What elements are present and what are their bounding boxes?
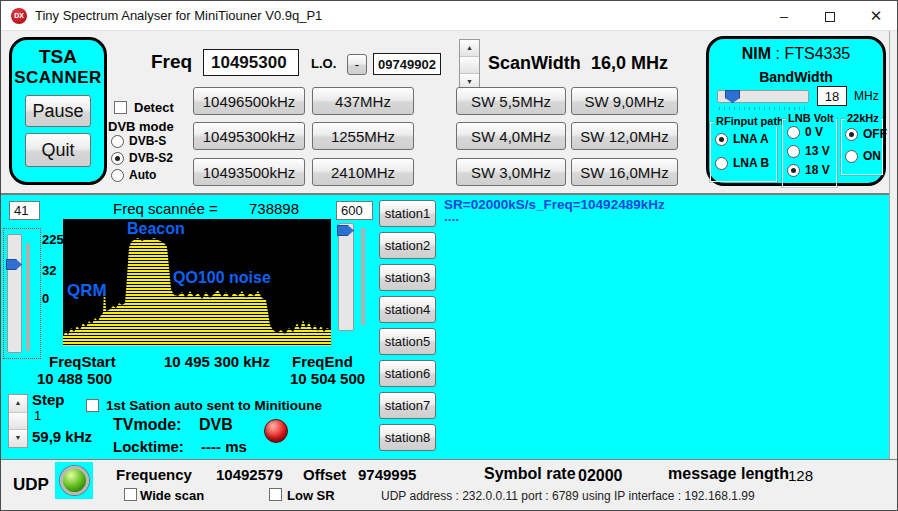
title-bar: DX Tiny Spectrum Analyser for MiniTioune…: [1, 1, 898, 31]
offset-value: 9749995: [358, 466, 416, 483]
radio-icon: [715, 133, 728, 146]
station1-button[interactable]: station1: [379, 200, 436, 227]
low-sr-checkbox[interactable]: [269, 488, 282, 501]
detect-checkbox[interactable]: [114, 101, 127, 114]
radio-icon: [787, 164, 800, 177]
scanwidth-label: ScanWidth: [488, 53, 581, 74]
maximize-button[interactable]: [807, 1, 853, 31]
station2-button[interactable]: station2: [379, 232, 436, 259]
sw-button-5[interactable]: SW 3,0MHz: [456, 158, 566, 186]
spinner-thumb[interactable]: [460, 57, 479, 74]
pause-button[interactable]: Pause: [25, 95, 91, 127]
frequency-label: Frequency: [116, 466, 192, 483]
radio-lna-b[interactable]: LNA B: [715, 156, 769, 170]
tsa-title-line1: TSA: [12, 46, 104, 68]
station-auto-checkbox[interactable]: [86, 399, 99, 412]
station4-button[interactable]: station4: [379, 296, 436, 323]
tsa-scanner-panel: TSA SCANNER Pause Quit: [9, 37, 107, 185]
scanwidth-spinner: ▲ ▼: [459, 39, 480, 91]
station7-button[interactable]: station7: [379, 392, 436, 419]
sw-button-1[interactable]: SW 5,5MHz: [456, 87, 566, 115]
symbol-rate-value: 02000: [578, 467, 623, 485]
tvmode-value: DVB: [199, 416, 233, 434]
sw-button-4[interactable]: SW 12,0MHz: [571, 122, 678, 150]
udp-label: UDP: [13, 475, 49, 495]
nim-title: NIM : FTS4335: [709, 45, 883, 63]
radio-22khz-on[interactable]: ON: [845, 149, 881, 163]
freq-input[interactable]: 10495300: [203, 49, 299, 76]
annotation-beacon: Beacon: [127, 220, 185, 238]
symbol-rate-label: Symbol rate: [484, 465, 576, 483]
radio-13v[interactable]: 13 V: [787, 144, 830, 158]
station3-button[interactable]: station3: [379, 264, 436, 291]
level-bar: [361, 228, 365, 325]
annotation-qrm: QRM: [67, 281, 107, 301]
maximize-icon: [825, 12, 835, 22]
freq-scanned-label: Freq scannée =: [113, 200, 218, 217]
low-sr-label: Low SR: [287, 488, 335, 503]
preset-khz-2[interactable]: 10495300kHz: [193, 122, 305, 150]
preset-khz-1[interactable]: 10496500kHz: [193, 87, 305, 115]
station-auto-label: 1st Sation auto sent to Minitioune: [106, 398, 322, 413]
rfinput-group: RFinput path LNA A LNA B: [710, 122, 777, 182]
scale-0: 0: [42, 291, 49, 306]
scanwidth-value: 16,0 MHz: [591, 53, 668, 74]
lo-value-field[interactable]: 09749902: [373, 53, 441, 75]
station5-button[interactable]: station5: [379, 328, 436, 355]
quit-button[interactable]: Quit: [25, 133, 91, 167]
freq-start-value: 10 488 500: [37, 370, 112, 387]
step-thumb[interactable]: [9, 413, 27, 431]
wide-scan-checkbox[interactable]: [124, 488, 137, 501]
sw-button-2[interactable]: SW 9,0MHz: [571, 87, 678, 115]
khz22-group: 22kHz OFF ON: [841, 119, 883, 175]
close-button[interactable]: ✕: [853, 1, 898, 31]
step-up-icon[interactable]: ▲: [9, 395, 27, 413]
spinner-up-icon[interactable]: ▲: [460, 40, 479, 57]
radio-0v[interactable]: 0 V: [787, 125, 823, 139]
step-spinner: ▲ ▼: [8, 394, 28, 448]
radio-icon: [111, 169, 124, 182]
preset-mhz-1[interactable]: 437MHz: [312, 87, 414, 115]
radio-dvb-s2[interactable]: DVB-S2: [111, 151, 173, 165]
gain-slider-track[interactable]: [7, 234, 22, 353]
bandwidth-slider-ticks: [719, 107, 807, 110]
radio-auto[interactable]: Auto: [111, 168, 156, 182]
level-value-field[interactable]: 600: [336, 201, 373, 220]
radio-dvb-s[interactable]: DVB-S: [111, 134, 166, 148]
minimize-button[interactable]: –: [761, 1, 807, 31]
step-down-icon[interactable]: ▼: [9, 430, 27, 447]
sw-button-3[interactable]: SW 4,0MHz: [456, 122, 566, 150]
radio-lna-a[interactable]: LNA A: [715, 132, 769, 146]
sr-info-line2: ....: [444, 209, 459, 224]
radio-icon: [787, 126, 800, 139]
preset-khz-3[interactable]: 10493500kHz: [193, 158, 305, 186]
station6-button[interactable]: station6: [379, 360, 436, 387]
spectrum-display[interactable]: Beacon QO100 noise QRM: [63, 219, 331, 346]
preset-mhz-2[interactable]: 1255MHz: [312, 122, 414, 150]
radio-18v[interactable]: 18 V: [787, 163, 830, 177]
lock-led: [264, 419, 288, 443]
station8-button[interactable]: station8: [379, 424, 436, 451]
level-slider-track[interactable]: [338, 223, 354, 331]
lnb-volt-group: LNB Volt 0 V 13 V 18 V: [782, 119, 837, 187]
tsa-title-line2: SCANNER: [12, 68, 104, 88]
preset-mhz-3[interactable]: 2410MHz: [312, 158, 414, 186]
udp-led: [60, 466, 89, 495]
freq-end-label: FreqEnd: [292, 353, 353, 370]
radio-icon: [111, 135, 124, 148]
window-title: Tiny Spectrum Analyser for MiniTiouner V…: [35, 8, 322, 23]
freq-label: Freq: [151, 51, 192, 73]
scale-32: 32: [42, 263, 56, 278]
freq-center-value: 10 495 300 kHz: [164, 353, 270, 370]
radio-22khz-off[interactable]: OFF: [845, 127, 887, 141]
gain-value-field[interactable]: 41: [9, 201, 40, 220]
locktime-value: ---- ms: [201, 438, 247, 455]
sw-button-6[interactable]: SW 16,0MHz: [571, 158, 678, 186]
bandwidth-value-field[interactable]: 18: [817, 86, 847, 106]
sr-info-line1: SR=02000kS/s_Freq=10492489kHz: [444, 197, 665, 212]
nim-panel: NIM : FTS4335 BandWidth 18 MHz RFinput p…: [706, 36, 886, 186]
lo-minus-button[interactable]: -: [347, 54, 367, 75]
gain-level-bar: [26, 243, 30, 351]
right-scroll-strip[interactable]: [889, 31, 898, 459]
radio-icon: [111, 152, 124, 165]
